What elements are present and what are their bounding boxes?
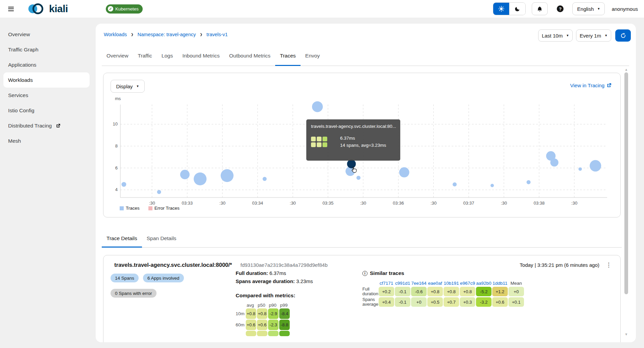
similar-trace-link-e967c9[interactable]: e967c9 [460, 281, 475, 286]
language-select[interactable]: English ▼ [572, 2, 605, 15]
traces-chart-card: Display ▼ View in Tracing ms46810:3003:3… [103, 73, 621, 217]
view-in-tracing-label: View in Tracing [570, 83, 604, 88]
refresh-interval-select[interactable]: Every 1m ▼ [576, 29, 611, 42]
similar-trace-link-7ee164[interactable]: 7ee164 [411, 281, 427, 286]
breadcrumb-link-workloads[interactable]: Workloads [104, 32, 127, 37]
legend-item-error-traces[interactable]: Error Traces [148, 206, 180, 211]
trace-bubble[interactable] [194, 172, 207, 185]
similar-cell: -0.1 [395, 287, 410, 296]
sidebar-item-overview[interactable]: Overview [0, 27, 90, 42]
similar-cell: +0.1 [508, 297, 524, 307]
scrollbar-thumb[interactable] [624, 72, 628, 294]
trace-bubble[interactable] [157, 190, 161, 194]
trace-bubble[interactable] [221, 169, 234, 182]
sidebar-item-distributed-tracing[interactable]: Distributed Tracing [0, 118, 90, 133]
external-link-icon [606, 83, 612, 88]
trace-bubble[interactable] [356, 176, 360, 180]
tab-envoy[interactable]: Envoy [301, 46, 325, 66]
trace-bubble[interactable] [263, 177, 267, 181]
tooltip-heat-grid [311, 137, 327, 147]
view-in-tracing-link[interactable]: View in Tracing [570, 83, 612, 88]
badge-14-spans: 14 Spans [111, 274, 139, 282]
breadcrumb-link-namespace-travel-agency[interactable]: Namespace: travel-agency [138, 32, 196, 37]
scroll-up-arrow-icon[interactable]: ▲ [624, 68, 629, 71]
similar-trace-link-cf7171[interactable]: cf7171 [379, 281, 394, 286]
display-dropdown-button[interactable]: Display ▼ [111, 80, 145, 93]
trace-bubble[interactable] [590, 160, 601, 171]
scrollbar[interactable]: ▲ ▼ [624, 68, 629, 337]
sidebar-item-label: Services [8, 92, 28, 98]
menu-toggle-button[interactable] [8, 7, 14, 11]
similar-trace-link-aa92b0[interactable]: aa92b0 [476, 281, 492, 286]
x-tick-label: :30 [290, 201, 296, 206]
sidebar-item-traffic-graph[interactable]: Traffic Graph [0, 42, 90, 57]
tab-overview[interactable]: Overview [102, 46, 133, 66]
similar-traces-header-row: cf7171c991d17ee164eae0af10b191e967c9aa92… [379, 281, 524, 286]
tab-traces[interactable]: Traces [275, 46, 301, 66]
masthead-actions: ? English ▼ anonymous [493, 2, 638, 15]
language-label: English [577, 6, 594, 12]
metric-cell [268, 331, 279, 336]
legend-item-traces[interactable]: Traces [120, 206, 140, 211]
sidebar-item-services[interactable]: Services [0, 88, 90, 103]
badge-6-apps-involved: 6 Apps involved [143, 274, 184, 282]
compared-metrics-row [236, 331, 313, 336]
tab-traffic[interactable]: Traffic [133, 46, 157, 66]
trace-bubble[interactable] [180, 170, 190, 179]
trace-bubble[interactable] [312, 101, 323, 112]
x-tick-label: 03:38 [533, 201, 545, 206]
compared-metrics-heading: Compared with metrics: [236, 293, 313, 299]
notifications-button[interactable] [532, 2, 548, 15]
x-tick-label: 03:35 [323, 201, 334, 206]
similar-cell: -0.1 [395, 297, 410, 307]
external-link-icon [56, 123, 61, 128]
masthead: kiali ✓ Kubernetes [0, 0, 644, 18]
metric-cell: +0.6 [246, 320, 256, 330]
refresh-button[interactable] [615, 29, 631, 42]
y-tick-label: 4 [115, 187, 118, 192]
metric-row-label: 60m [236, 322, 244, 327]
tab-inbound-metrics[interactable]: Inbound Metrics [177, 46, 224, 66]
light-theme-button[interactable] [493, 3, 509, 15]
y-tick-label: 10 [113, 121, 118, 126]
trace-bubble[interactable] [453, 182, 457, 186]
chart-y-axis-label: ms [115, 96, 121, 101]
dark-theme-button[interactable] [509, 3, 525, 15]
display-dropdown-label: Display [116, 84, 133, 89]
time-range-select[interactable]: Last 10m ▼ [538, 29, 573, 42]
sidebar-item-workloads[interactable]: Workloads [3, 72, 90, 88]
similar-trace-link-eae0af[interactable]: eae0af [427, 281, 443, 286]
metric-cell: +0.8 [246, 308, 256, 319]
sidebar-item-istio-config[interactable]: Istio Config [0, 103, 90, 118]
similar-trace-link-10b191[interactable]: 10b191 [444, 281, 459, 286]
trace-actions-kebab[interactable]: ⋮ [604, 261, 613, 269]
tab-logs[interactable]: Logs [157, 46, 178, 66]
trace-bubble[interactable] [491, 184, 494, 187]
help-icon[interactable]: ? [557, 5, 564, 12]
breadcrumb-link-travels-v1[interactable]: travels-v1 [207, 32, 228, 37]
similar-trace-link-1ddb11[interactable]: 1ddb11 [492, 281, 508, 286]
breadcrumb: Workloads❯Namespace: travel-agency❯trave… [104, 32, 228, 37]
trace-metrics: Full duration: 6.37ms Spans average dura… [236, 270, 313, 336]
tab-span-details[interactable]: Span Details [142, 229, 181, 247]
trace-bubble[interactable] [399, 167, 409, 178]
tab-outbound-metrics[interactable]: Outbound Metrics [224, 46, 275, 66]
spans-average-label: Spans average duration: [236, 278, 295, 284]
trace-bubble[interactable] [121, 182, 126, 187]
tab-trace-details[interactable]: Trace Details [102, 229, 142, 247]
similar-trace-link-c991d1[interactable]: c991d1 [395, 281, 410, 286]
x-tick-label: :30 [360, 201, 366, 206]
x-tick-label: 03:33 [182, 201, 193, 206]
trace-badges: 14 Spans6 Apps involved0 Spans with erro… [111, 274, 193, 298]
similar-cell: +0.8 [427, 287, 443, 296]
bell-icon [537, 6, 543, 12]
sidebar-item-applications[interactable]: Applications [0, 57, 90, 72]
info-icon: i [362, 271, 367, 276]
scroll-down-arrow-icon[interactable]: ▼ [624, 332, 629, 336]
tooltip-title: travels.travel-agency.svc.cluster.local:… [311, 124, 396, 129]
sidebar-item-mesh[interactable]: Mesh [0, 133, 90, 148]
sidebar-item-label: Workloads [8, 77, 33, 83]
trace-bubble[interactable] [550, 158, 558, 166]
trace-bubble[interactable] [578, 167, 582, 171]
trace-bubble[interactable] [527, 180, 531, 184]
